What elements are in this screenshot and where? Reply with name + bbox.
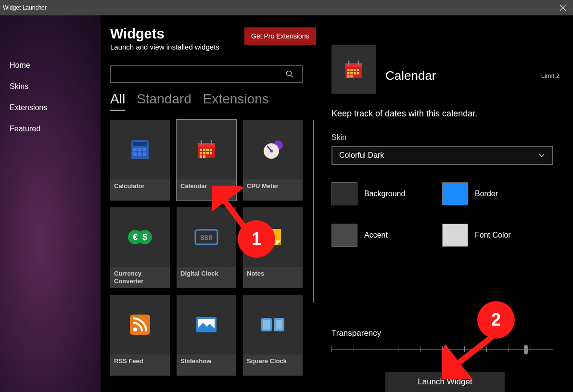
svg-rect-20 bbox=[210, 152, 212, 154]
svg-rect-51 bbox=[354, 72, 356, 75]
background-color-swatch[interactable] bbox=[331, 182, 357, 205]
svg-rect-21 bbox=[200, 155, 202, 158]
sidebar-item-home[interactable]: Home bbox=[0, 55, 101, 76]
detail-title: Calendar bbox=[385, 68, 436, 83]
widget-list-panel: Widgets Launch and view installed widget… bbox=[101, 15, 317, 392]
calendar-icon bbox=[195, 138, 218, 161]
svg-rect-10 bbox=[198, 143, 215, 147]
widget-grid: Calculator Calendar CPU Meter €$ Currenc… bbox=[110, 120, 307, 376]
svg-rect-22 bbox=[203, 155, 205, 158]
annotation-step-2: 2 bbox=[477, 301, 515, 339]
square-clock-icon bbox=[259, 316, 286, 333]
svg-rect-13 bbox=[200, 149, 202, 151]
svg-text:€: € bbox=[133, 232, 138, 242]
sidebar-item-extensions[interactable]: Extensions bbox=[0, 97, 101, 118]
svg-rect-48 bbox=[357, 69, 359, 71]
detail-description: Keep track of dates with this calendar. bbox=[331, 109, 560, 119]
svg-rect-16 bbox=[210, 149, 212, 151]
svg-point-34 bbox=[133, 328, 137, 331]
search-input[interactable] bbox=[110, 65, 303, 83]
svg-point-0 bbox=[287, 71, 292, 76]
svg-rect-45 bbox=[347, 69, 350, 71]
svg-rect-47 bbox=[354, 69, 356, 71]
cpu-meter-icon bbox=[261, 138, 285, 162]
svg-rect-12 bbox=[211, 140, 212, 145]
svg-rect-14 bbox=[203, 149, 205, 151]
svg-rect-7 bbox=[138, 152, 141, 156]
accent-color-label: Accent bbox=[364, 231, 388, 240]
svg-rect-40 bbox=[276, 320, 282, 329]
svg-rect-39 bbox=[263, 320, 270, 329]
widget-tile-currency[interactable]: €$ Currency Converter bbox=[110, 207, 170, 288]
search-icon bbox=[286, 70, 293, 78]
calculator-icon bbox=[128, 138, 152, 161]
tab-extensions[interactable]: Extensions bbox=[203, 91, 269, 110]
skin-select[interactable]: Colorful Dark bbox=[331, 146, 553, 165]
svg-rect-52 bbox=[357, 72, 359, 75]
rss-icon bbox=[130, 315, 150, 335]
font-color-swatch[interactable] bbox=[442, 224, 468, 247]
svg-rect-54 bbox=[350, 76, 353, 78]
border-color-swatch[interactable] bbox=[442, 182, 468, 205]
skin-label: Skin bbox=[331, 133, 560, 142]
svg-rect-42 bbox=[345, 63, 362, 67]
svg-rect-53 bbox=[347, 76, 350, 78]
svg-rect-3 bbox=[133, 148, 137, 151]
close-button[interactable] bbox=[559, 3, 567, 12]
close-icon bbox=[560, 4, 566, 11]
slideshow-icon bbox=[195, 316, 217, 333]
widget-tile-rss[interactable]: RSS Feed bbox=[110, 295, 170, 376]
filter-tabs: All Standard Extensions bbox=[110, 91, 307, 111]
slider-thumb[interactable] bbox=[524, 345, 528, 354]
detail-limit: Limit 2 bbox=[541, 72, 560, 79]
background-color-label: Background bbox=[364, 190, 405, 198]
annotation-step-1: 1 bbox=[238, 220, 275, 258]
accent-color-swatch[interactable] bbox=[331, 224, 357, 247]
svg-rect-4 bbox=[138, 148, 141, 151]
svg-rect-46 bbox=[350, 69, 353, 71]
sidebar-item-skins[interactable]: Skins bbox=[0, 76, 101, 97]
tab-all[interactable]: All bbox=[110, 91, 125, 111]
window-title: Widget Launcher bbox=[3, 4, 47, 11]
tab-standard[interactable]: Standard bbox=[137, 91, 191, 110]
svg-rect-17 bbox=[200, 152, 202, 154]
sidebar: Home Skins Extensions Featured bbox=[0, 15, 101, 392]
svg-rect-5 bbox=[143, 148, 146, 151]
svg-rect-44 bbox=[358, 61, 359, 65]
svg-rect-49 bbox=[347, 72, 350, 75]
svg-rect-15 bbox=[206, 149, 209, 151]
currency-icon: €$ bbox=[126, 228, 154, 247]
svg-text:888: 888 bbox=[200, 233, 212, 241]
svg-rect-50 bbox=[350, 72, 353, 75]
chevron-down-icon bbox=[538, 152, 545, 159]
calendar-icon bbox=[343, 59, 365, 81]
sidebar-item-featured[interactable]: Featured bbox=[0, 118, 101, 139]
svg-rect-18 bbox=[203, 152, 205, 154]
border-color-label: Border bbox=[475, 190, 498, 198]
svg-rect-11 bbox=[201, 140, 202, 145]
widget-tile-calculator[interactable]: Calculator bbox=[110, 120, 170, 201]
svg-text:$: $ bbox=[142, 232, 147, 242]
svg-rect-8 bbox=[143, 152, 146, 156]
detail-icon bbox=[331, 45, 376, 94]
widget-tile-slideshow[interactable]: Slideshow bbox=[177, 295, 236, 376]
title-bar: Widget Launcher bbox=[0, 0, 573, 15]
font-color-label: Font Color bbox=[475, 231, 511, 240]
svg-rect-2 bbox=[133, 142, 147, 146]
svg-rect-43 bbox=[348, 61, 350, 65]
svg-rect-19 bbox=[206, 152, 209, 154]
get-pro-button[interactable]: Get Pro Extensions bbox=[244, 27, 316, 45]
svg-rect-6 bbox=[133, 152, 137, 156]
widget-tile-square-clock[interactable]: Square Clock bbox=[243, 295, 303, 376]
